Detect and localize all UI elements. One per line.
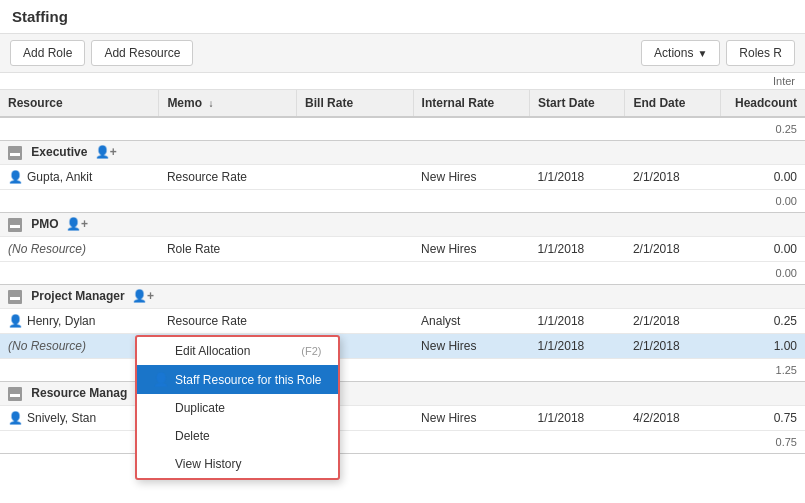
context-menu-item-label: Staff Resource for this Role <box>175 373 322 387</box>
enddate-cell: 4/2/2018 <box>625 406 720 431</box>
memo-cell: Resource Rate <box>159 165 297 190</box>
inter-label: Inter <box>773 75 795 87</box>
resource-cell: (No Resource) <box>0 237 159 262</box>
toolbar: Add Role Add Resource Actions ▼ Roles R <box>0 34 805 73</box>
context-menu-shortcut: (F2) <box>301 345 321 357</box>
secondary-bar: Inter <box>0 73 805 90</box>
table-row[interactable]: (No Resource) Role Rate New Hires 1/1/20… <box>0 237 805 262</box>
table-row[interactable]: 👤Snively, Stan New Hires 1/1/2018 4/2/20… <box>0 406 805 431</box>
table-row[interactable]: 0.75 <box>0 431 805 454</box>
headcount-cell: 0.25 <box>720 309 805 334</box>
internalrate-cell: New Hires <box>413 237 530 262</box>
billrate-cell <box>297 237 414 262</box>
internalrate-cell: Analyst <box>413 309 530 334</box>
headcount-cell: 0.00 <box>720 165 805 190</box>
group-label: ▬ PMO 👤+ <box>0 213 805 237</box>
add-role-button[interactable]: Add Role <box>10 40 85 66</box>
col-header-resource[interactable]: Resource <box>0 90 159 117</box>
internalrate-cell: New Hires <box>413 406 530 431</box>
headcount-cell: 1.00 <box>720 334 805 359</box>
page-header: Staffing <box>0 0 805 34</box>
context-menu-item[interactable]: 👤 Staff Resource for this Role <box>137 365 338 394</box>
subtotal-headcount: 1.25 <box>720 359 805 382</box>
memo-cell: Resource Rate <box>159 309 297 334</box>
table-row[interactable]: ▬ PMO 👤+ <box>0 213 805 237</box>
internalrate-cell: New Hires <box>413 165 530 190</box>
context-menu-item-label: Delete <box>175 429 210 443</box>
table-header-row: Resource Memo ↓ Bill Rate Internal Rate … <box>0 90 805 117</box>
staffing-table: Resource Memo ↓ Bill Rate Internal Rate … <box>0 90 805 454</box>
group-label: ▬ Executive 👤+ <box>0 141 805 165</box>
table-row[interactable]: (No Resource) Role Rate New Hires 1/1/20… <box>0 334 805 359</box>
col-header-headcount[interactable]: Headcount <box>720 90 805 117</box>
resource-cell: 👤Henry, Dylan <box>0 309 159 334</box>
person-icon: 👤 <box>8 411 23 425</box>
actions-arrow-icon: ▼ <box>697 48 707 59</box>
col-header-startdate[interactable]: Start Date <box>530 90 625 117</box>
group-collapse-icon[interactable]: ▬ <box>8 146 22 160</box>
startdate-cell: 1/1/2018 <box>530 406 625 431</box>
internalrate-cell: New Hires <box>413 334 530 359</box>
headcount-cell: 0.00 <box>720 237 805 262</box>
table-row[interactable]: 0.00 <box>0 262 805 285</box>
subtotal-headcount: 0.25 <box>720 117 805 141</box>
billrate-cell <box>297 309 414 334</box>
subtotal-headcount: 0.00 <box>720 190 805 213</box>
startdate-cell: 1/1/2018 <box>530 165 625 190</box>
context-menu: Edit Allocation (F2) 👤 Staff Resource fo… <box>135 335 340 480</box>
enddate-cell: 2/1/2018 <box>625 165 720 190</box>
col-header-enddate[interactable]: End Date <box>625 90 720 117</box>
memo-sort-icon: ↓ <box>208 98 213 109</box>
col-header-billrate[interactable]: Bill Rate <box>297 90 414 117</box>
table-row[interactable]: 👤Henry, Dylan Resource Rate Analyst 1/1/… <box>0 309 805 334</box>
subtotal-label <box>0 359 720 382</box>
enddate-cell: 2/1/2018 <box>625 237 720 262</box>
col-header-internalrate[interactable]: Internal Rate <box>413 90 530 117</box>
context-menu-item-icon: 👤 <box>153 372 169 387</box>
subtotal-headcount: 0.00 <box>720 262 805 285</box>
table-row[interactable]: 1.25 <box>0 359 805 382</box>
group-collapse-icon[interactable]: ▬ <box>8 290 22 304</box>
context-menu-item-label: Edit Allocation <box>175 344 250 358</box>
actions-button[interactable]: Actions ▼ <box>641 40 720 66</box>
enddate-cell: 2/1/2018 <box>625 309 720 334</box>
subtotal-label <box>0 431 720 454</box>
roles-button[interactable]: Roles R <box>726 40 795 66</box>
startdate-cell: 1/1/2018 <box>530 334 625 359</box>
add-person-icon[interactable]: 👤+ <box>66 217 88 231</box>
resource-cell: 👤Gupta, Ankit <box>0 165 159 190</box>
startdate-cell: 1/1/2018 <box>530 309 625 334</box>
group-collapse-icon[interactable]: ▬ <box>8 218 22 232</box>
context-menu-item[interactable]: Duplicate <box>137 394 338 422</box>
table-row[interactable]: ▬ Executive 👤+ <box>0 141 805 165</box>
table-row[interactable]: 0.25 <box>0 117 805 141</box>
billrate-cell <box>297 165 414 190</box>
startdate-cell: 1/1/2018 <box>530 237 625 262</box>
context-menu-item[interactable]: View History <box>137 450 338 478</box>
context-menu-item-label: View History <box>175 457 241 471</box>
add-resource-button[interactable]: Add Resource <box>91 40 193 66</box>
headcount-cell: 0.75 <box>720 406 805 431</box>
person-icon: 👤 <box>8 170 23 184</box>
person-icon: 👤 <box>8 314 23 328</box>
group-label: ▬ Project Manager 👤+ <box>0 285 805 309</box>
table-container: Resource Memo ↓ Bill Rate Internal Rate … <box>0 90 805 495</box>
context-menu-item[interactable]: Delete <box>137 422 338 450</box>
col-header-memo[interactable]: Memo ↓ <box>159 90 297 117</box>
add-person-icon[interactable]: 👤+ <box>95 145 117 159</box>
context-menu-item[interactable]: Edit Allocation (F2) <box>137 337 338 365</box>
subtotal-label <box>0 262 720 285</box>
group-label: ▬ Resource Manag 👤+ <box>0 382 805 406</box>
table-row[interactable]: 👤Gupta, Ankit Resource Rate New Hires 1/… <box>0 165 805 190</box>
memo-cell: Role Rate <box>159 237 297 262</box>
subtotal-headcount: 0.75 <box>720 431 805 454</box>
subtotal-label <box>0 117 720 141</box>
add-person-icon[interactable]: 👤+ <box>132 289 154 303</box>
subtotal-label <box>0 190 720 213</box>
group-collapse-icon[interactable]: ▬ <box>8 387 22 401</box>
table-row[interactable]: 0.00 <box>0 190 805 213</box>
context-menu-item-label: Duplicate <box>175 401 225 415</box>
table-row[interactable]: ▬ Project Manager 👤+ <box>0 285 805 309</box>
table-row[interactable]: ▬ Resource Manag 👤+ <box>0 382 805 406</box>
enddate-cell: 2/1/2018 <box>625 334 720 359</box>
